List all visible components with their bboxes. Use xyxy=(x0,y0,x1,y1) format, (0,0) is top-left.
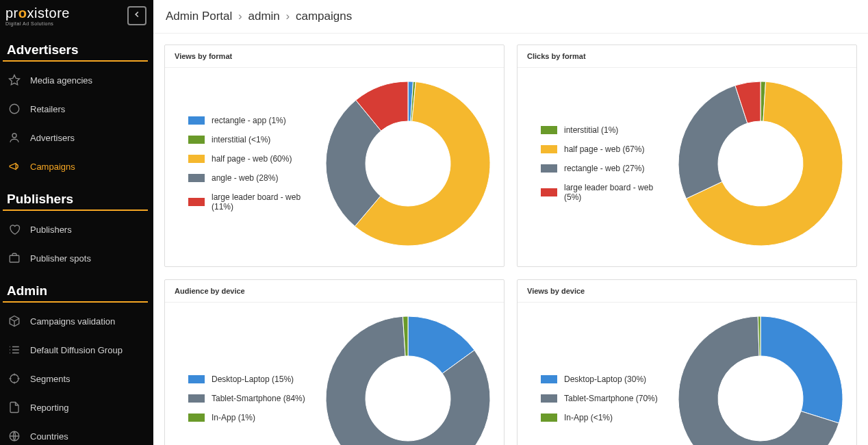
sidebar-item-label: Segments xyxy=(30,374,71,384)
sidebar-item-label: Advertisers xyxy=(30,133,75,143)
sidebar-item-label: Default Diffusion Group xyxy=(30,345,123,355)
legend-swatch xyxy=(188,414,205,422)
legend-item[interactable]: rectangle - web (27%) xyxy=(541,164,672,173)
sidebar-item-label: Publishers xyxy=(30,225,72,235)
globe-icon xyxy=(8,430,21,442)
person-icon xyxy=(8,131,21,144)
sidebar-item-label: Media agencies xyxy=(30,75,92,86)
chart-card-clicks-format: Clicks by formatinterstitial (1%)half pa… xyxy=(517,44,857,267)
list-icon xyxy=(8,344,21,356)
chart-card-views-device: Views by deviceDesktop-Laptop (30%)Table… xyxy=(517,279,857,445)
sidebar-section-title: Admin xyxy=(3,277,148,303)
chart-legend: Desktop-Laptop (30%)Tablet-Smartphone (7… xyxy=(524,365,672,432)
target-icon xyxy=(8,372,21,385)
legend-item[interactable]: large leader board - web (5%) xyxy=(541,183,672,202)
legend-swatch xyxy=(541,145,557,153)
legend-item[interactable]: rectangle - app (1%) xyxy=(188,116,319,125)
sidebar-item-advertisers[interactable]: Advertisers xyxy=(0,123,153,152)
sidebar-collapse-button[interactable] xyxy=(127,6,146,25)
chart-card-audience-device: Audience by deviceDesktop-Laptop (15%)Ta… xyxy=(164,279,505,445)
chart-card-views-format: Views by formatrectangle - app (1%)inter… xyxy=(164,44,505,267)
chevron-left-icon xyxy=(132,10,142,22)
chart-title: Audience by device xyxy=(165,280,504,303)
legend-label: large leader board - web (11%) xyxy=(212,192,319,212)
legend-label: Tablet-Smartphone (70%) xyxy=(564,394,658,403)
sidebar-item-label: Retailers xyxy=(30,104,65,114)
sidebar-item-retailers[interactable]: Retailers xyxy=(0,94,153,123)
chart-title: Views by format xyxy=(165,45,504,68)
chart-title: Clicks by format xyxy=(518,45,856,68)
sidebar: proxistore Digital Ad Solutions Advertis… xyxy=(0,0,153,445)
legend-item[interactable]: Tablet-Smartphone (70%) xyxy=(541,394,672,403)
legend-label: Tablet-Smartphone (84%) xyxy=(212,394,305,403)
sidebar-item-reporting[interactable]: Reporting xyxy=(0,393,153,422)
svg-point-2 xyxy=(12,134,16,138)
legend-item[interactable]: half page - web (67%) xyxy=(541,144,672,154)
brand-row: proxistore Digital Ad Solutions xyxy=(0,0,153,31)
sidebar-item-publisher-spots[interactable]: Publisher spots xyxy=(0,244,153,272)
legend-label: Desktop-Laptop (30%) xyxy=(564,374,646,384)
sidebar-item-label: Publisher spots xyxy=(30,253,91,264)
donut-chart xyxy=(319,75,497,253)
legend-label: angle - web (28%) xyxy=(212,173,278,183)
sidebar-item-segments[interactable]: Segments xyxy=(0,364,153,393)
sidebar-section-title: Publishers xyxy=(3,185,148,211)
svg-point-10 xyxy=(10,374,18,383)
chart-legend: interstitial (1%)half page - web (67%)re… xyxy=(524,116,672,212)
chart-grid: Views by formatrectangle - app (1%)inter… xyxy=(153,34,868,445)
donut-chart xyxy=(672,309,850,445)
circle-icon xyxy=(8,103,21,115)
chevron-right-icon: › xyxy=(286,10,290,23)
legend-item[interactable]: Desktop-Laptop (30%) xyxy=(541,374,672,384)
legend-item[interactable]: half page - web (60%) xyxy=(188,154,319,164)
breadcrumb-item[interactable]: admin xyxy=(248,10,279,23)
legend-item[interactable]: Desktop-Laptop (15%) xyxy=(188,374,319,384)
sidebar-item-label: Reporting xyxy=(30,403,68,413)
legend-item[interactable]: In-App (<1%) xyxy=(541,413,672,422)
legend-swatch xyxy=(188,375,205,383)
legend-label: In-App (<1%) xyxy=(564,413,613,422)
legend-swatch xyxy=(541,126,557,134)
breadcrumb-item: campaigns xyxy=(296,10,352,23)
legend-item[interactable]: large leader board - web (11%) xyxy=(188,192,319,212)
legend-swatch xyxy=(188,198,205,206)
legend-swatch xyxy=(188,116,205,125)
cube-icon xyxy=(8,315,21,327)
chart-title: Views by device xyxy=(518,280,856,303)
donut-chart xyxy=(319,309,497,445)
legend-item[interactable]: Tablet-Smartphone (84%) xyxy=(188,394,319,403)
sidebar-item-countries[interactable]: Countries xyxy=(0,422,153,445)
sidebar-item-publishers[interactable]: Publishers xyxy=(0,215,153,244)
sidebar-item-media-agencies[interactable]: Media agencies xyxy=(0,66,153,94)
legend-swatch xyxy=(188,394,205,403)
legend-label: rectangle - app (1%) xyxy=(212,116,286,125)
legend-swatch xyxy=(541,188,557,196)
legend-item[interactable]: In-App (1%) xyxy=(188,413,319,422)
app-root: proxistore Digital Ad Solutions Advertis… xyxy=(0,0,868,445)
sidebar-item-campaigns-validation[interactable]: Campaigns validation xyxy=(0,307,153,335)
legend-label: half page - web (67%) xyxy=(564,144,644,154)
briefcase-icon xyxy=(8,252,21,264)
donut-chart xyxy=(672,75,850,253)
legend-swatch xyxy=(541,414,557,422)
legend-label: Desktop-Laptop (15%) xyxy=(212,374,294,384)
sidebar-item-default-diffusion[interactable]: Default Diffusion Group xyxy=(0,335,153,364)
breadcrumb-item[interactable]: Admin Portal xyxy=(166,10,232,23)
legend-label: interstitial (1%) xyxy=(564,125,618,135)
main-area: Admin Portal › admin › campaigns Views b… xyxy=(153,0,868,445)
sidebar-item-label: Countries xyxy=(30,431,68,442)
legend-item[interactable]: interstitial (<1%) xyxy=(188,135,319,144)
sidebar-item-campaigns[interactable]: Campaigns xyxy=(0,152,153,181)
legend-item[interactable]: angle - web (28%) xyxy=(188,173,319,183)
legend-label: large leader board - web (5%) xyxy=(564,183,672,202)
sidebar-section-title: Advertisers xyxy=(3,36,148,62)
legend-label: In-App (1%) xyxy=(212,413,255,422)
legend-label: interstitial (<1%) xyxy=(212,135,270,144)
legend-label: half page - web (60%) xyxy=(212,154,292,164)
legend-label: rectangle - web (27%) xyxy=(564,164,644,173)
legend-item[interactable]: interstitial (1%) xyxy=(541,125,672,135)
legend-swatch xyxy=(541,394,557,403)
svg-point-1 xyxy=(10,104,19,114)
chart-legend: rectangle - app (1%)interstitial (<1%)ha… xyxy=(172,106,319,221)
sidebar-item-label: Campaigns xyxy=(30,162,75,172)
